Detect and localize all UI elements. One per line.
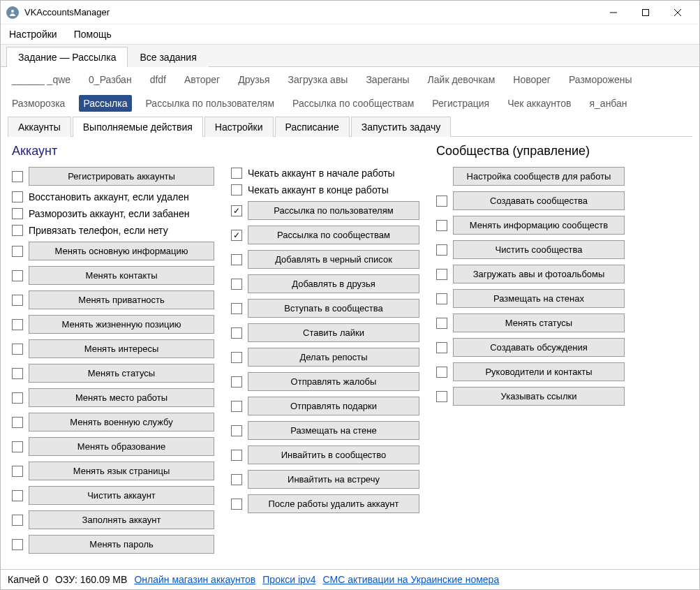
status-link-shop[interactable]: Онлайн магазин аккаунтов	[134, 574, 255, 585]
task-tab-5[interactable]: Загрузка авы	[284, 71, 352, 88]
col1-button-6[interactable]: Менять приватность	[29, 290, 214, 309]
col3-checkbox-4[interactable]	[436, 269, 447, 280]
col2-checkbox-3[interactable]	[231, 230, 242, 241]
close-button[interactable]	[662, 2, 694, 23]
col2-checkbox-10[interactable]	[231, 401, 242, 412]
col3-button-7[interactable]: Создавать обсуждения	[453, 338, 625, 357]
col3-button-1[interactable]: Создавать сообщества	[453, 191, 625, 210]
col3-button-5[interactable]: Размещать на стенах	[453, 289, 625, 308]
sub-tab-0[interactable]: Аккаунты	[8, 117, 71, 137]
col1-checkbox-3[interactable]	[12, 225, 23, 236]
col1-button-13[interactable]: Менять язык страницы	[29, 462, 214, 480]
col3-button-6[interactable]: Менять статусы	[453, 314, 625, 332]
sub-tab-4[interactable]: Запустить задачу	[351, 117, 452, 137]
col1-checkbox-15[interactable]	[12, 515, 23, 526]
col2-button-9[interactable]: Отправлять жалобы	[248, 372, 419, 391]
col3-checkbox-8[interactable]	[436, 367, 447, 378]
col2-button-14[interactable]: После работы удалить аккаунт	[248, 494, 419, 513]
menu-settings[interactable]: Настройки	[6, 27, 60, 41]
task-tab-15[interactable]: Чек аккаунтов	[503, 95, 575, 112]
col3-button-3[interactable]: Чистить сообщества	[453, 240, 625, 259]
col1-button-9[interactable]: Менять статусы	[29, 364, 214, 383]
col3-button-2[interactable]: Менять информацию сообществ	[453, 216, 625, 235]
col2-button-8[interactable]: Делать репосты	[248, 348, 419, 367]
col2-checkbox-0[interactable]	[231, 168, 242, 179]
col1-checkbox-12[interactable]	[12, 441, 23, 452]
minimize-button[interactable]	[597, 2, 630, 23]
task-tab-12[interactable]: Рассылка по пользователям	[142, 95, 279, 112]
col1-checkbox-16[interactable]	[12, 539, 23, 550]
col2-checkbox-5[interactable]	[231, 279, 242, 290]
col1-button-0[interactable]: Регистрировать аккаунты	[29, 167, 214, 186]
status-link-sms[interactable]: СМС активации на Украинские номера	[323, 574, 500, 585]
col1-button-5[interactable]: Менять контакты	[29, 266, 214, 285]
col2-button-2[interactable]: Рассылка по пользователям	[248, 201, 419, 220]
col1-checkbox-1[interactable]	[12, 191, 23, 202]
col1-button-14[interactable]: Чистить аккаунт	[29, 486, 214, 505]
col1-checkbox-6[interactable]	[12, 295, 23, 306]
col1-button-15[interactable]: Заполнять аккаунт	[29, 510, 214, 529]
col2-checkbox-6[interactable]	[231, 303, 242, 314]
task-tab-9[interactable]: Разморожены	[565, 71, 636, 88]
col3-checkbox-5[interactable]	[436, 293, 447, 304]
col2-button-4[interactable]: Добавлять в черный список	[248, 250, 419, 269]
col2-button-3[interactable]: Рассылка по сообществам	[248, 226, 419, 244]
col3-checkbox-1[interactable]	[436, 196, 447, 207]
col1-button-12[interactable]: Менять образование	[29, 437, 214, 456]
col2-checkbox-9[interactable]	[231, 376, 242, 388]
col2-checkbox-7[interactable]	[231, 327, 242, 339]
col2-button-7[interactable]: Ставить лайки	[248, 323, 419, 342]
col3-checkbox-9[interactable]	[436, 391, 447, 402]
col1-checkbox-9[interactable]	[12, 368, 23, 379]
menu-help[interactable]: Помощь	[71, 27, 114, 41]
col1-button-4[interactable]: Менять основную информацию	[29, 242, 214, 260]
col2-button-6[interactable]: Вступать в сообщества	[248, 299, 419, 318]
col3-button-9[interactable]: Указывать ссылки	[453, 387, 625, 406]
task-tab-7[interactable]: Лайк девочкам	[424, 71, 500, 88]
col2-checkbox-1[interactable]	[231, 184, 242, 196]
task-tab-2[interactable]: dfdf	[146, 71, 170, 88]
col3-checkbox-3[interactable]	[436, 244, 447, 256]
col2-button-12[interactable]: Инвайтить в сообщество	[248, 445, 419, 464]
col1-checkbox-0[interactable]	[12, 171, 23, 182]
col1-checkbox-10[interactable]	[12, 392, 23, 404]
col2-checkbox-12[interactable]	[231, 450, 242, 461]
task-tab-11[interactable]: Рассылка	[79, 95, 131, 112]
task-tab-10[interactable]: Разморозка	[8, 95, 69, 112]
col2-checkbox-4[interactable]	[231, 254, 242, 265]
task-tab-3[interactable]: Авторег	[180, 71, 224, 88]
col1-checkbox-2[interactable]	[12, 208, 23, 219]
col3-button-8[interactable]: Руководители и контакты	[453, 362, 625, 381]
col1-button-8[interactable]: Менять интересы	[29, 339, 214, 358]
col3-checkbox-2[interactable]	[436, 220, 447, 231]
col1-checkbox-7[interactable]	[12, 319, 23, 330]
col2-button-10[interactable]: Отправлять подарки	[248, 397, 419, 415]
col3-button-4[interactable]: Загружать авы и фотоальбомы	[453, 265, 625, 283]
col2-checkbox-11[interactable]	[231, 425, 242, 436]
col2-checkbox-2[interactable]	[231, 205, 242, 216]
maximize-button[interactable]	[630, 2, 662, 23]
sub-tab-2[interactable]: Настройки	[204, 117, 274, 137]
top-tab-1[interactable]: Все задания	[128, 47, 208, 67]
col3-checkbox-6[interactable]	[436, 318, 447, 329]
task-tab-1[interactable]: 0_Разбан	[84, 71, 136, 88]
col1-checkbox-13[interactable]	[12, 466, 23, 477]
sub-tab-3[interactable]: Расписание	[275, 117, 350, 137]
task-tab-0[interactable]: ______ _qwe	[8, 71, 75, 88]
col2-checkbox-14[interactable]	[231, 499, 242, 510]
task-tab-6[interactable]: Зареганы	[362, 71, 413, 88]
sub-tab-1[interactable]: Выполняемые действия	[73, 117, 203, 137]
top-tab-0[interactable]: Задание — Рассылка	[6, 47, 128, 67]
col1-checkbox-8[interactable]	[12, 344, 23, 355]
col2-button-13[interactable]: Инвайтить на встречу	[248, 470, 419, 489]
task-tab-4[interactable]: Друзья	[234, 71, 274, 88]
task-tab-13[interactable]: Рассылка по сообществам	[288, 95, 418, 112]
col1-checkbox-11[interactable]	[12, 417, 23, 428]
col2-button-5[interactable]: Добавлять в друзья	[248, 274, 419, 293]
col1-checkbox-14[interactable]	[12, 490, 23, 501]
col2-checkbox-13[interactable]	[231, 474, 242, 485]
col1-checkbox-5[interactable]	[12, 270, 23, 281]
col3-checkbox-7[interactable]	[436, 342, 447, 353]
task-tab-16[interactable]: я_анбан	[585, 95, 631, 112]
col2-button-11[interactable]: Размещать на стене	[248, 421, 419, 440]
